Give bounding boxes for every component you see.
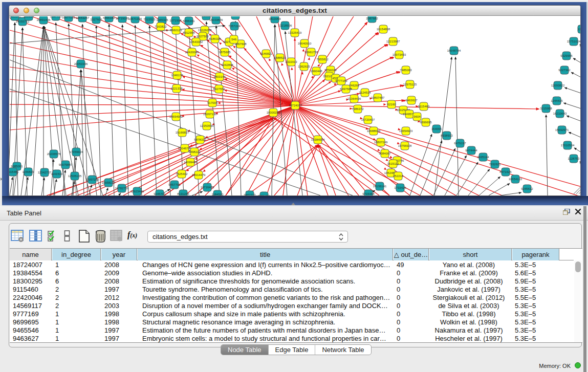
svg-text:9327503: 9327503 — [197, 35, 209, 38]
svg-text:18724007: 18724007 — [289, 104, 302, 107]
svg-text:10653267: 10653267 — [76, 16, 90, 19]
svg-text:12093822: 12093822 — [551, 84, 565, 87]
svg-text:8912954: 8912954 — [183, 31, 195, 34]
svg-text:9474444: 9474444 — [465, 149, 477, 152]
svg-text:8427552: 8427552 — [213, 87, 225, 91]
svg-text:9115460: 9115460 — [418, 105, 430, 108]
svg-text:19756928: 19756928 — [398, 144, 412, 147]
svg-text:1327602: 1327602 — [90, 18, 102, 21]
svg-text:9146821: 9146821 — [260, 52, 272, 55]
svg-text:1588520: 1588520 — [274, 56, 286, 59]
svg-text:90975887: 90975887 — [59, 163, 73, 166]
svg-text:546: 546 — [231, 38, 237, 41]
svg-text:7955812: 7955812 — [316, 58, 329, 61]
svg-text:9794028: 9794028 — [324, 69, 337, 72]
svg-text:16648784: 16648784 — [447, 49, 461, 52]
svg-text:1141519: 1141519 — [51, 172, 63, 176]
svg-text:22420046: 22420046 — [185, 51, 199, 54]
svg-text:10046786: 10046786 — [178, 147, 192, 150]
svg-text:6497568: 6497568 — [340, 87, 352, 91]
svg-text:3215958: 3215958 — [540, 107, 552, 110]
svg-text:7515525: 7515525 — [143, 18, 156, 21]
svg-text:12213987: 12213987 — [386, 40, 400, 43]
svg-text:14099481: 14099481 — [184, 161, 198, 164]
svg-text:11127: 11127 — [578, 28, 580, 31]
svg-text:164095: 164095 — [431, 127, 442, 130]
svg-text:2803144: 2803144 — [213, 75, 226, 78]
svg-text:16154808: 16154808 — [377, 28, 390, 31]
svg-text:9457791: 9457791 — [168, 183, 181, 186]
svg-text:917006: 917006 — [207, 101, 218, 104]
svg-text:16782759: 16782759 — [115, 187, 129, 190]
svg-text:3124514: 3124514 — [359, 91, 371, 94]
svg-text:7485063: 7485063 — [400, 69, 412, 72]
svg-text:7632621: 7632621 — [489, 163, 501, 166]
svg-text:1221338: 1221338 — [170, 87, 183, 90]
svg-text:16033809: 16033809 — [209, 18, 223, 21]
svg-text:1128753: 1128753 — [568, 157, 580, 160]
svg-text:1097713: 1097713 — [50, 16, 62, 18]
svg-text:9463627: 9463627 — [405, 99, 418, 102]
svg-text:6466161: 6466161 — [183, 19, 195, 23]
svg-text:10807487: 10807487 — [371, 96, 385, 99]
svg-text:9462113: 9462113 — [244, 193, 256, 195]
svg-text:10961758: 10961758 — [304, 51, 318, 54]
svg-text:2087682: 2087682 — [366, 17, 378, 20]
svg-text:8938913: 8938913 — [441, 134, 453, 137]
svg-text:8471626: 8471626 — [499, 170, 512, 173]
svg-text:8660123: 8660123 — [170, 29, 182, 32]
svg-text:2935114: 2935114 — [477, 156, 490, 159]
svg-text:1032765: 1032765 — [229, 16, 242, 17]
svg-text:16210643: 16210643 — [553, 112, 567, 115]
svg-text:19654982: 19654982 — [169, 115, 183, 118]
svg-text:20053346: 20053346 — [74, 62, 88, 65]
svg-text:20206578: 20206578 — [47, 152, 61, 156]
svg-text:3915481: 3915481 — [9, 170, 19, 173]
svg-text:62160: 62160 — [387, 103, 396, 106]
svg-text:10543382: 10543382 — [189, 40, 203, 43]
svg-text:9604: 9604 — [413, 115, 421, 118]
svg-text:12975125: 12975125 — [403, 83, 417, 86]
svg-text:1065326: 1065326 — [156, 18, 168, 21]
svg-text:9227342: 9227342 — [558, 69, 571, 72]
svg-text:13654923: 13654923 — [399, 129, 413, 133]
svg-text:1733426: 1733426 — [394, 186, 406, 189]
svg-text:14136141: 14136141 — [373, 185, 387, 188]
svg-text:12505135: 12505135 — [68, 174, 82, 178]
svg-text:1362615: 1362615 — [298, 65, 310, 68]
svg-text:12923446: 12923446 — [130, 190, 144, 193]
svg-text:12342737: 12342737 — [38, 171, 52, 174]
svg-text:9242848: 9242848 — [221, 63, 233, 67]
svg-text:10688609: 10688609 — [367, 129, 381, 133]
svg-text:7781450: 7781450 — [258, 194, 270, 195]
svg-text:14914479: 14914479 — [192, 173, 206, 177]
svg-text:208914: 208914 — [24, 16, 34, 18]
svg-text:10719185: 10719185 — [116, 17, 129, 20]
svg-text:10958177: 10958177 — [102, 181, 116, 184]
svg-text:17359924: 17359924 — [70, 150, 83, 154]
svg-text:18300295: 18300295 — [267, 111, 280, 114]
svg-text:13218506: 13218506 — [278, 24, 292, 27]
svg-text:3813054: 3813054 — [269, 17, 281, 20]
svg-text:1615112: 1615112 — [387, 162, 400, 165]
svg-text:20891406: 20891406 — [37, 18, 51, 21]
svg-text:12353594: 12353594 — [200, 124, 214, 127]
svg-text:1046178: 1046178 — [171, 74, 183, 77]
svg-text:16640910: 16640910 — [298, 42, 312, 45]
svg-text:19384554: 19384554 — [311, 138, 325, 141]
svg-text:1184520: 1184520 — [212, 193, 224, 195]
svg-text:9329996: 9329996 — [560, 54, 573, 57]
svg-text:17957253: 17957253 — [85, 178, 99, 181]
svg-text:7163822: 7163822 — [155, 25, 167, 28]
svg-text:15751024: 15751024 — [567, 40, 580, 43]
svg-text:18807249: 18807249 — [374, 141, 388, 144]
svg-text:1322013: 1322013 — [285, 60, 297, 63]
svg-text:10671355: 10671355 — [128, 17, 142, 20]
svg-text:6466160: 6466160 — [103, 16, 115, 19]
svg-text:7515521: 7515521 — [200, 16, 212, 17]
svg-text:13716485: 13716485 — [201, 186, 214, 189]
svg-text:10654122: 10654122 — [509, 178, 522, 181]
svg-text:9245612: 9245612 — [521, 187, 533, 190]
svg-text:13325419: 13325419 — [288, 31, 302, 34]
svg-text:9085061: 9085061 — [11, 165, 23, 168]
